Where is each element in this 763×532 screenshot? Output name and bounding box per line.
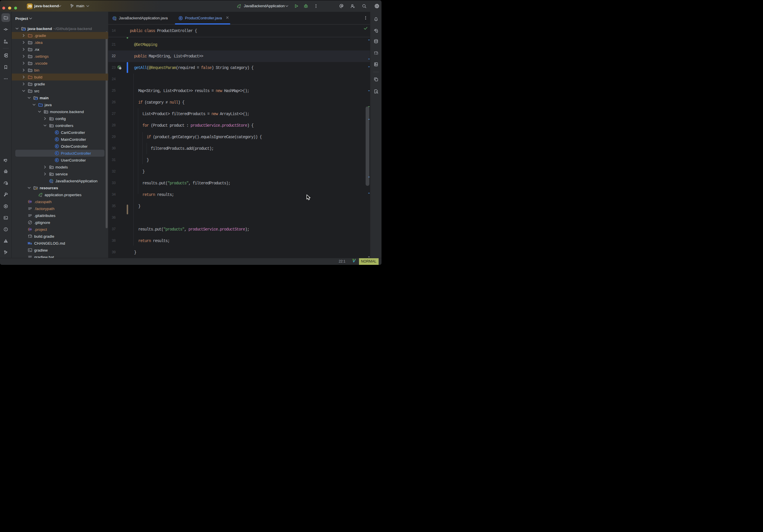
svg-text:C: C [56,138,58,141]
svg-text:M: M [28,242,30,245]
svg-text:C: C [56,145,58,148]
svg-text:C: C [56,152,58,155]
svg-text:C: C [180,17,182,20]
svg-text:C: C [56,131,58,134]
svg-text:C: C [56,159,58,161]
